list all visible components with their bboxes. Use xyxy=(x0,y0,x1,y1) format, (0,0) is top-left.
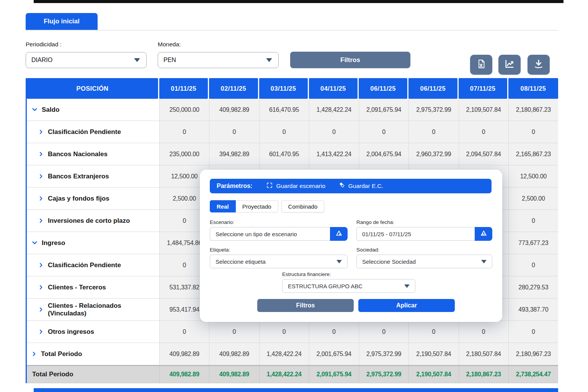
row-label-cell[interactable]: Inversiones de corto plazo xyxy=(27,210,159,232)
value-cell: 0 xyxy=(259,321,309,343)
chevron-down-icon[interactable] xyxy=(31,240,38,246)
modal-title: Parámetros: xyxy=(217,183,252,189)
row-label: Inversiones de corto plazo xyxy=(48,217,130,225)
guardar-escenario-label: Guardar escenario xyxy=(276,183,325,189)
moneda-select[interactable]: PEN xyxy=(158,52,279,68)
value-cell: 2,180,507.84 xyxy=(459,343,508,365)
modal-filtros-button[interactable]: Filtros xyxy=(257,299,354,312)
date-column-header: 06/11/25 xyxy=(408,78,457,99)
row-label: Clasificación Pendiente xyxy=(48,128,121,136)
sociedad-select[interactable]: Seleccione Sociedad xyxy=(356,255,492,268)
row-label: Cajas y fondos fijos xyxy=(48,195,109,203)
row-label-cell[interactable]: Clientes - Terceros xyxy=(27,276,159,298)
value-cell: 235,000.00 xyxy=(159,143,209,165)
estructura-select[interactable]: ESTRUCTURA GRUPO ABC xyxy=(282,279,415,293)
row-label: Bancos Extranjeros xyxy=(48,173,109,180)
layers-diamond-icon xyxy=(338,182,345,190)
footer-total-value: 409,982.89 xyxy=(159,366,209,383)
row-label-cell[interactable]: Bancos Nacionales xyxy=(27,143,159,165)
date-column-header: 06/11/25 xyxy=(359,78,407,99)
footer-total-value: 2,091,675.94 xyxy=(309,366,359,383)
table-row: Saldo250,000.00409,982.89616,470.951,428… xyxy=(27,99,558,121)
value-cell: 0 xyxy=(508,321,558,343)
chevron-right-icon[interactable] xyxy=(38,196,44,201)
value-cell: 0 xyxy=(209,121,259,143)
row-label: Ingreso xyxy=(42,239,65,247)
value-cell: 0 xyxy=(209,321,259,343)
escenario-picker-button[interactable] xyxy=(330,227,348,241)
chevron-down-icon[interactable] xyxy=(31,106,38,113)
value-cell: 409,982.89 xyxy=(209,99,259,121)
chevron-right-icon[interactable] xyxy=(38,129,44,135)
chevron-right-icon[interactable] xyxy=(38,262,44,268)
guardar-escenario-button[interactable]: Guardar escenario xyxy=(266,182,325,190)
footer-total-value: 2,975,372.99 xyxy=(359,366,408,383)
chevron-right-icon[interactable] xyxy=(38,151,44,157)
download-button[interactable] xyxy=(528,55,550,75)
row-label: Clientes - Relacionados (Vinculadas) xyxy=(48,302,159,317)
chevron-right-icon[interactable] xyxy=(38,218,44,224)
row-label-cell[interactable]: Total Periodo xyxy=(27,343,159,365)
value-cell: 1,428,422.24 xyxy=(259,343,309,365)
value-cell: 0 xyxy=(309,121,359,143)
value-cell: 0 xyxy=(508,121,558,143)
modal-tab-proyectado[interactable]: Proyectado xyxy=(236,200,278,212)
footer-total-value: 2,180,867.23 xyxy=(459,366,508,383)
value-cell: 2,180,867.23 xyxy=(508,99,558,121)
row-label-cell[interactable]: Cajas y fondos fijos xyxy=(27,188,159,209)
chevron-down-icon xyxy=(134,58,140,62)
chart-view-button[interactable] xyxy=(498,55,521,75)
row-label-cell[interactable]: Clasificación Pendiente xyxy=(27,254,159,276)
row-label: Clasificación Pendiente xyxy=(48,261,121,269)
periodicidad-select[interactable]: DIARIO xyxy=(26,52,147,68)
filtros-button[interactable]: Filtros xyxy=(290,52,410,68)
chevron-right-icon[interactable] xyxy=(38,329,44,335)
rango-fecha-input[interactable]: 01/11/25 - 07/11/25 xyxy=(356,227,475,241)
chevron-right-icon[interactable] xyxy=(38,173,44,179)
row-label-cell[interactable]: Saldo xyxy=(27,99,159,121)
tab-flujo-inicial[interactable]: Flujo inicial xyxy=(26,13,98,30)
moneda-label: Moneda: xyxy=(158,41,181,48)
row-label-cell[interactable]: Clasificación Pendiente xyxy=(27,121,159,143)
value-cell: 2,094,507.84 xyxy=(459,143,508,165)
estructura-value: ESTRUCTURA GRUPO ABC xyxy=(288,283,363,289)
guardar-ec-button[interactable]: Guardar E.C. xyxy=(338,182,383,190)
escenario-input[interactable]: Seleccione un tipo de escenario xyxy=(210,227,330,241)
table-row: Otros ingresos00000000 xyxy=(27,321,558,343)
chevron-right-icon[interactable] xyxy=(38,284,44,290)
value-cell: 2,109,507.84 xyxy=(459,99,508,121)
periodicidad-label: Periodicidad : xyxy=(26,41,62,48)
value-cell: 1,413,422.24 xyxy=(309,143,359,165)
download-icon xyxy=(533,59,544,71)
row-label-cell[interactable]: Otros ingresos xyxy=(27,321,159,343)
date-column-header: 07/11/25 xyxy=(459,78,507,99)
value-cell: 0 xyxy=(159,121,209,143)
tab-underline xyxy=(26,30,558,31)
row-label-cell[interactable]: Ingreso xyxy=(27,232,159,254)
etiqueta-select[interactable]: Seleccione etiqueta xyxy=(210,255,348,268)
line-chart-icon xyxy=(504,59,515,71)
rango-fecha-picker-button[interactable] xyxy=(475,227,492,241)
value-cell: 1,428,422.24 xyxy=(309,99,359,121)
chevron-right-icon[interactable] xyxy=(38,307,44,312)
modal-tab-real[interactable]: Real xyxy=(210,200,236,212)
sociedad-field: Seleccione Sociedad xyxy=(356,255,492,268)
footer-total-value: 2,738,254.47 xyxy=(508,366,558,383)
top-chrome-bar xyxy=(34,0,564,3)
date-column-header: 01/11/25 xyxy=(159,78,208,99)
excel-export-button[interactable] xyxy=(470,55,492,75)
value-cell: 0 xyxy=(159,321,209,343)
value-cell: 250,000.00 xyxy=(159,99,209,121)
periodicidad-value: DIARIO xyxy=(31,57,52,64)
value-cell: 280,279.53 xyxy=(508,276,558,298)
chevron-down-icon xyxy=(404,284,410,288)
row-label-cell[interactable]: Bancos Extranjeros xyxy=(27,165,159,187)
modal-tab-combinado[interactable]: Combinado xyxy=(281,200,325,212)
value-cell: 409,982.89 xyxy=(159,343,209,365)
row-label-cell[interactable]: Clientes - Relacionados (Vinculadas) xyxy=(27,299,159,320)
chevron-right-icon[interactable] xyxy=(31,351,37,357)
value-cell: 616,470.95 xyxy=(259,99,309,121)
value-cell: 2,975,372.99 xyxy=(359,343,408,365)
modal-aplicar-button[interactable]: Aplicar xyxy=(358,299,455,312)
position-column-header: POSICIÓN xyxy=(27,78,158,99)
